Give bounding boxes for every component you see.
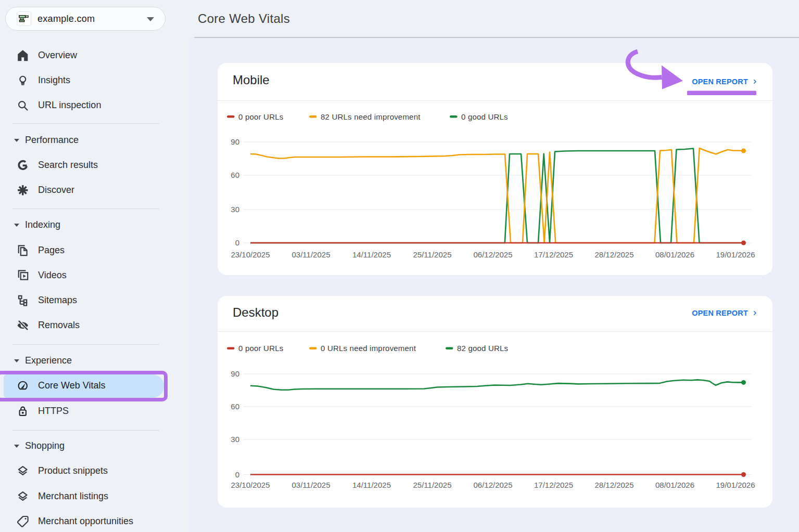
svg-text:19/01/2026: 19/01/2026 [716,250,755,259]
svg-text:17/12/2025: 17/12/2025 [534,481,573,489]
svg-text:0: 0 [235,470,239,479]
svg-text:90: 90 [231,137,239,146]
svg-text:60: 60 [231,171,239,179]
svg-text:90: 90 [231,369,239,378]
svg-text:0: 0 [235,238,239,247]
svg-text:30: 30 [231,435,239,444]
svg-text:08/01/2026: 08/01/2026 [655,250,694,259]
svg-text:28/12/2025: 28/12/2025 [594,481,633,489]
svg-text:14/11/2025: 14/11/2025 [352,250,391,259]
svg-text:82 URLs need improvement: 82 URLs need improvement [321,112,421,121]
svg-text:60: 60 [231,402,239,411]
svg-text:06/12/2025: 06/12/2025 [473,481,512,489]
svg-text:06/12/2025: 06/12/2025 [473,250,512,259]
svg-text:30: 30 [231,205,239,214]
svg-text:25/11/2025: 25/11/2025 [413,250,452,259]
svg-text:19/01/2026: 19/01/2026 [716,481,755,489]
svg-text:17/12/2025: 17/12/2025 [534,250,573,259]
svg-text:08/01/2026: 08/01/2026 [655,481,694,489]
svg-text:03/11/2025: 03/11/2025 [292,481,331,489]
svg-text:0 URLs need improvement: 0 URLs need improvement [321,344,416,353]
svg-text:23/10/2025: 23/10/2025 [231,481,270,489]
svg-text:03/11/2025: 03/11/2025 [292,250,331,259]
svg-text:0 poor URLs: 0 poor URLs [238,112,283,121]
svg-text:23/10/2025: 23/10/2025 [231,250,270,259]
svg-text:0 good URLs: 0 good URLs [461,112,508,121]
svg-text:0 poor URLs: 0 poor URLs [238,344,283,353]
svg-text:25/11/2025: 25/11/2025 [413,481,452,489]
svg-text:28/12/2025: 28/12/2025 [594,250,633,259]
svg-text:14/11/2025: 14/11/2025 [352,481,391,489]
svg-text:82 good URLs: 82 good URLs [457,344,508,353]
